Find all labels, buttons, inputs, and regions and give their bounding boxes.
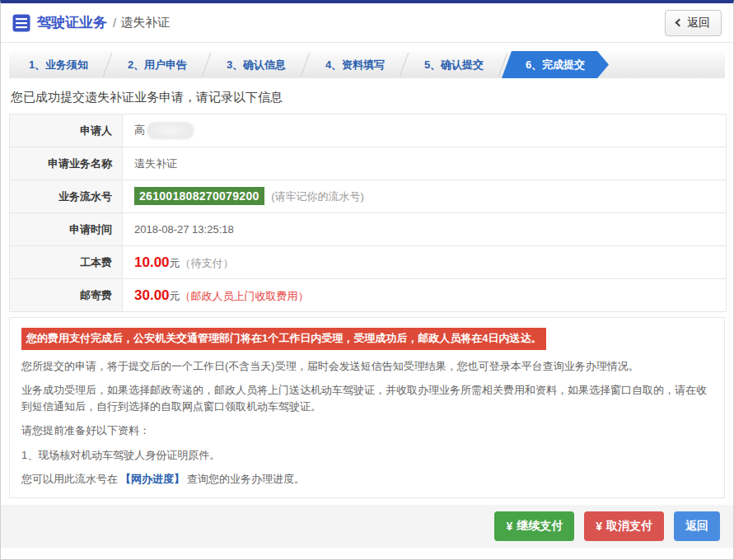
postage-fee-value: 30.00元（邮政人员上门收取费用）: [123, 279, 727, 312]
serial-number-hint: (请牢记你的流水号): [271, 190, 364, 203]
breadcrumb-current: 遗失补证: [120, 15, 170, 30]
table-row-production-fee: 工本费 10.00元（待支付）: [10, 246, 727, 279]
page-header: 驾驶证业务 / 遗失补证 返回: [1, 3, 733, 43]
apply-time-value: 2018-08-27 13:25:18: [123, 213, 727, 246]
production-fee-amount: 10.00: [134, 254, 170, 270]
step-6-complete-submit-active: 6、完成提交: [502, 51, 609, 78]
result-info-table: 申请人 高 申请业务名称 遗失补证 业务流水号 2610018082700792…: [9, 114, 727, 312]
production-fee-value: 10.00元（待支付）: [123, 246, 727, 279]
postage-fee-unit: 元: [170, 290, 180, 302]
step-1-business-notice: 1、业务须知: [9, 51, 108, 78]
online-progress-link[interactable]: 【网办进度】: [120, 473, 185, 485]
payment-warning-banner: 您的费用支付完成后，公安机关交通管理部门将在1个工作日内受理，受理成功后，邮政人…: [21, 328, 546, 350]
notice-paragraph-4: 1、现场核对机动车驾驶人身份证明原件。: [21, 447, 713, 464]
action-bar: ¥ 继续支付 ¥ 取消支付 返回: [1, 505, 733, 548]
serial-number-label: 业务流水号: [10, 180, 123, 213]
continue-payment-label: 继续支付: [517, 519, 563, 534]
return-button-label: 返回: [685, 519, 708, 534]
header-back-button[interactable]: 返回: [665, 10, 722, 36]
production-fee-unit: 元: [170, 257, 180, 269]
step-3-confirm-info: 3、确认信息: [207, 51, 306, 78]
notice-box: 您的费用支付完成后，公安机关交通管理部门将在1个工作日内受理，受理成功后，邮政人…: [9, 317, 725, 498]
notice-paragraph-1: 您所提交的申请，将于提交后的一个工作日(不含当天)受理，届时会发送短信告知受理结…: [21, 358, 713, 375]
notice-paragraph-3: 请您提前准备好以下资料：: [21, 422, 713, 439]
production-fee-note: （待支付）: [180, 257, 234, 269]
yuan-icon: ¥: [596, 520, 602, 533]
return-button[interactable]: 返回: [674, 511, 720, 541]
table-row-business-name: 申请业务名称 遗失补证: [10, 147, 727, 180]
name-redaction-blur: [147, 122, 194, 139]
step-2-user-declaration: 2、用户申告: [108, 51, 207, 78]
production-fee-label: 工本费: [10, 246, 123, 279]
list-icon: [12, 14, 30, 32]
progress-query-line: 您可以用此流水号在【网办进度】查询您的业务办理进度。: [21, 471, 713, 488]
step-wizard: 1、业务须知 2、用户申告 3、确认信息 4、资料填写 5、确认提交 6、完成提…: [9, 51, 725, 78]
cancel-payment-label: 取消支付: [606, 519, 652, 534]
postage-fee-label: 邮寄费: [10, 279, 123, 312]
continue-payment-button[interactable]: ¥ 继续支付: [494, 511, 574, 541]
notice-paragraph-2: 业务成功受理后，如果选择邮政寄递的，邮政人员将上门送达机动车驾驶证，并收取办理业…: [21, 382, 713, 414]
page-window: 驾驶证业务 / 遗失补证 返回 1、业务须知 2、用户申告 3、确认信息 4、资…: [0, 0, 734, 560]
postage-fee-note: （邮政人员上门收取费用）: [180, 290, 309, 302]
header-back-label: 返回: [687, 16, 710, 30]
breadcrumb-separator: /: [113, 16, 116, 30]
step-5-confirm-submit: 5、确认提交: [404, 51, 503, 78]
table-row-serial-number: 业务流水号 261001808270079200 (请牢记你的流水号): [10, 180, 727, 213]
serial-number-value: 261001808270079200 (请牢记你的流水号): [123, 180, 727, 213]
serial-number-badge: 261001808270079200: [134, 187, 264, 205]
applicant-value: 高: [123, 114, 727, 147]
success-message: 您已成功提交遗失补证业务申请，请记录以下信息: [11, 90, 723, 105]
progress-query-suffix: 查询您的业务办理进度。: [187, 473, 305, 485]
table-row-postage-fee: 邮寄费 30.00元（邮政人员上门收取费用）: [10, 279, 727, 312]
progress-query-prefix: 您可以用此流水号在: [21, 473, 118, 485]
table-row-apply-time: 申请时间 2018-08-27 13:25:18: [10, 213, 727, 246]
chevron-left-icon: [676, 19, 684, 27]
applicant-label: 申请人: [10, 114, 123, 147]
step-4-fill-materials: 4、资料填写: [306, 51, 404, 78]
business-name-label: 申请业务名称: [10, 147, 123, 180]
business-name-value: 遗失补证: [123, 147, 727, 180]
cancel-payment-button[interactable]: ¥ 取消支付: [584, 511, 664, 541]
apply-time-label: 申请时间: [10, 213, 123, 246]
table-row-applicant: 申请人 高: [10, 114, 727, 147]
postage-fee-amount: 30.00: [134, 287, 170, 303]
yuan-icon: ¥: [506, 520, 512, 533]
page-title: 驾驶证业务: [37, 13, 107, 32]
